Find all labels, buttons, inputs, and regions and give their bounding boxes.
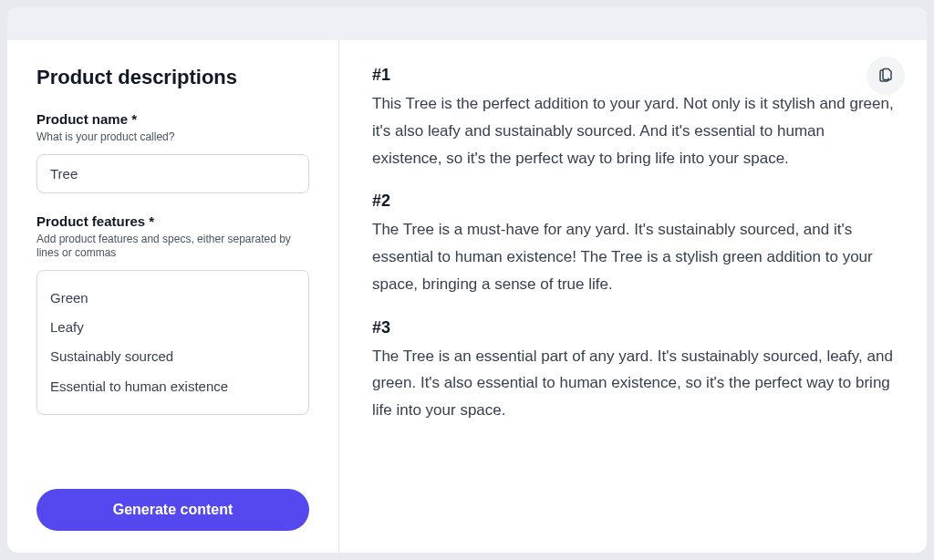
output-panel: #1 This Tree is the perfect addition to … [339,40,927,553]
output-block-3: #3 The Tree is an essential part of any … [372,318,894,424]
app-frame: Product descriptions Product name * What… [7,7,927,553]
page-title: Product descriptions [36,66,309,89]
copy-button[interactable] [867,57,905,95]
form-panel: Product descriptions Product name * What… [7,40,339,553]
product-name-label: Product name * [36,111,309,127]
output-text: This Tree is the perfect addition to you… [372,90,894,171]
output-heading: #1 [372,66,894,85]
product-features-field-group: Product features * Add product features … [36,213,309,419]
output-block-2: #2 The Tree is a must-have for any yard.… [372,192,894,297]
output-block-1: #1 This Tree is the perfect addition to … [372,66,894,171]
top-bar [7,7,927,40]
product-name-field-group: Product name * What is your product call… [36,111,309,193]
copy-icon [877,67,894,84]
output-heading: #2 [372,192,894,211]
output-text: The Tree is a must-have for any yard. It… [372,216,894,297]
main-area: Product descriptions Product name * What… [7,40,927,553]
output-heading: #3 [372,318,894,337]
product-features-input[interactable] [36,270,309,415]
product-features-hint: Add product features and specs, either s… [36,233,309,261]
product-features-label: Product features * [36,213,309,229]
generate-content-button[interactable]: Generate content [36,489,309,531]
product-name-hint: What is your product called? [36,130,309,145]
output-text: The Tree is an essential part of any yar… [372,343,894,424]
product-name-input[interactable] [36,154,309,193]
